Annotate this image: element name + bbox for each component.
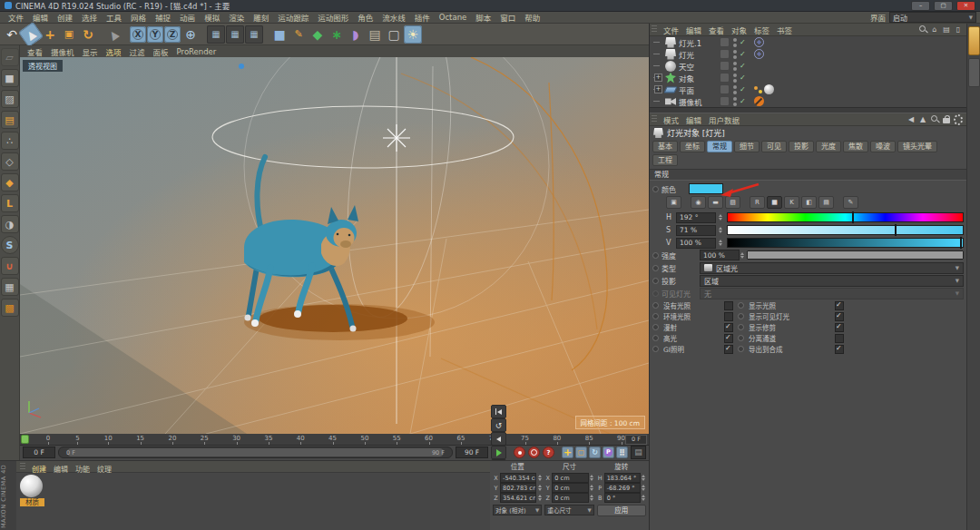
history-back-icon[interactable]: ◀ [906, 115, 916, 124]
swatch-compare-icon[interactable]: ▣ [666, 196, 681, 209]
attribute-tab[interactable]: 工程 [652, 154, 678, 166]
visibility-dots-icon[interactable] [732, 85, 737, 94]
object-name[interactable]: 灯光.1 [679, 37, 717, 48]
object-row[interactable]: + 灯光.1 ✓ [650, 36, 966, 48]
menu-item[interactable]: 插件 [410, 12, 435, 23]
slider-value-field[interactable]: 71 % [676, 225, 716, 236]
stepper-icon[interactable] [740, 252, 744, 259]
coordinate-value-field[interactable]: 0 cm [552, 493, 588, 503]
frame-tick[interactable]: 75 [521, 434, 529, 445]
menu-item[interactable]: 选择 [77, 12, 102, 23]
light-type-select[interactable]: 区域光 ▼ [700, 262, 964, 274]
visible-light-select[interactable]: 无 ▼ [700, 288, 964, 299]
material-name[interactable]: 材质 [20, 498, 44, 506]
last-tool-icon[interactable]: ▲ [101, 22, 126, 47]
previous-frame-button[interactable] [491, 432, 506, 446]
frame-tick[interactable]: 65 [456, 434, 465, 445]
material-menu-item[interactable]: 创建 [28, 466, 50, 474]
menu-item[interactable]: 工具 [102, 12, 126, 23]
frame-tick[interactable]: 30 [232, 434, 240, 445]
rotate-icon[interactable]: ↻ [79, 25, 97, 44]
record-scale-toggle[interactable] [575, 447, 587, 458]
checkbox[interactable] [835, 301, 844, 310]
record-keyframe-button[interactable] [514, 447, 525, 458]
object-type-icon[interactable] [665, 37, 676, 48]
visibility-dots-icon[interactable] [732, 74, 737, 83]
dots-tag-icon[interactable] [754, 86, 758, 90]
render-picture-viewer-icon[interactable]: ▦ [226, 25, 244, 44]
close-button[interactable]: ✕ [956, 1, 975, 11]
object-row[interactable]: + 天空 ✓ [650, 60, 966, 72]
object-type-icon[interactable] [665, 61, 676, 72]
layer-toggle-icon[interactable] [720, 49, 730, 59]
visibility-dots-icon[interactable] [732, 38, 737, 47]
menu-item[interactable]: 脚本 [471, 12, 495, 23]
workplane-mode-icon[interactable]: ▤ [1, 111, 19, 129]
checkbox[interactable] [724, 345, 733, 354]
model-mode-icon[interactable]: ■ [1, 69, 19, 87]
layer-toggle-icon[interactable] [720, 73, 730, 83]
viewport-menu-item[interactable]: 查看 [24, 46, 46, 57]
object-name[interactable]: 平面 [679, 84, 717, 95]
viewport-solo-icon[interactable]: ◑ [1, 215, 19, 233]
material-menu-item[interactable]: 功能 [72, 466, 93, 474]
rgb-sliders-icon[interactable]: R [750, 196, 765, 209]
workplane-snap-icon[interactable]: ▩ [1, 299, 19, 317]
material-preview-sphere[interactable] [20, 475, 43, 497]
stepper-icon[interactable] [642, 495, 646, 501]
view-label[interactable]: 透视视图 [23, 60, 63, 72]
viewport-menu-item[interactable]: ProRender [173, 47, 220, 56]
stepper-icon[interactable] [537, 485, 542, 491]
attribute-tab[interactable]: 可见 [761, 141, 787, 152]
frame-tick[interactable]: 40 [297, 434, 305, 445]
keyframe-selection-button[interactable] [543, 447, 554, 458]
menu-item[interactable]: 运动跟踪 [273, 12, 313, 23]
dock-tab-content-browser[interactable] [968, 58, 980, 87]
record-dot-icon[interactable] [652, 313, 659, 319]
object-manager-menu-item[interactable]: 编辑 [682, 25, 705, 35]
expand-icon[interactable]: + [654, 74, 662, 82]
frame-tick[interactable]: 90 [617, 434, 625, 445]
stepper-icon[interactable] [718, 240, 722, 246]
end-frame-field[interactable]: 90 F [456, 447, 488, 458]
color-mixer-icon[interactable]: ◧ [801, 196, 817, 209]
stepper-icon[interactable] [537, 495, 542, 501]
render-settings-icon[interactable]: ▦ [245, 25, 263, 44]
frame-tick[interactable]: 45 [328, 434, 337, 445]
object-manager-menu-item[interactable]: 标签 [750, 25, 773, 35]
object-manager-menu-item[interactable]: 对象 [728, 25, 750, 35]
attribute-tab[interactable]: 坐标 [680, 141, 705, 152]
scale-icon[interactable]: ▣ [60, 25, 78, 44]
checkbox[interactable] [724, 301, 733, 310]
attribute-menu-item[interactable]: 用户数据 [705, 114, 743, 125]
attribute-tab[interactable]: 基本 [652, 141, 678, 152]
prohibit-tag-icon[interactable] [754, 96, 764, 106]
timeline-window-icon[interactable]: ▤ [631, 446, 646, 459]
lock-y-axis-icon[interactable]: Y [147, 26, 163, 43]
coordinate-value-field[interactable]: 0 cm [552, 483, 588, 493]
coordinate-value-field[interactable]: 802.783 cm [500, 483, 536, 493]
attribute-tab[interactable]: 投影 [789, 141, 814, 152]
attribute-menu-item[interactable]: 模式 [660, 114, 682, 125]
slider-marker[interactable] [895, 224, 897, 236]
frame-tick[interactable]: 20 [168, 434, 176, 445]
lock-icon[interactable] [942, 115, 951, 124]
texture-mode-icon[interactable]: ▨ [1, 90, 19, 108]
frame-tick[interactable]: 55 [393, 434, 401, 445]
menu-item[interactable]: 网格 [126, 12, 151, 23]
frame-tick[interactable]: 25 [201, 434, 209, 445]
filter-icon[interactable]: ▤ [942, 25, 951, 34]
search-icon[interactable] [930, 115, 939, 124]
lock-x-axis-icon[interactable]: X [130, 26, 146, 43]
coordinate-value-field[interactable]: 0 cm [552, 473, 588, 483]
attribute-tab[interactable]: 镜头光晕 [897, 141, 937, 152]
panel-icon[interactable]: ▯ [954, 25, 963, 34]
viewport-menu-item[interactable]: 面板 [150, 46, 172, 57]
render-view-icon[interactable]: ▦ [207, 25, 225, 44]
previous-key-button[interactable] [491, 418, 506, 432]
autokey-button[interactable] [528, 447, 540, 458]
viewport-menu-item[interactable]: 显示 [79, 46, 102, 57]
slider-marker[interactable] [960, 237, 962, 249]
coordinate-system-icon[interactable]: ⊕ [181, 25, 200, 44]
stepper-icon[interactable] [718, 227, 722, 233]
